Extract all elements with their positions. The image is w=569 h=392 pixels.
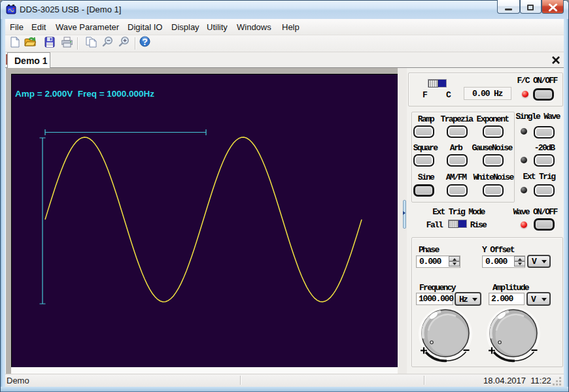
svg-text:?: ? xyxy=(142,37,148,47)
